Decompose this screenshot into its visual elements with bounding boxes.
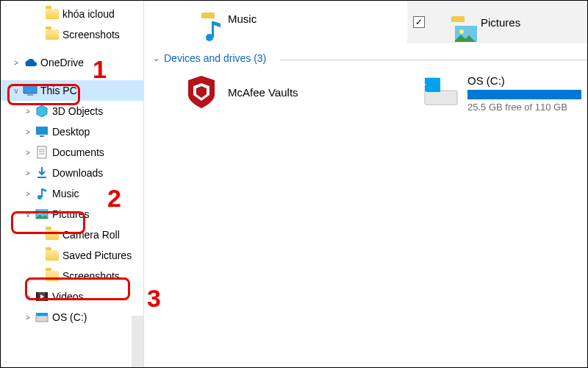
svg-rect-21 bbox=[212, 21, 214, 38]
tree-item-os-c[interactable]: > OS (C:) bbox=[1, 307, 143, 328]
svg-rect-11 bbox=[41, 188, 43, 197]
folder-icon bbox=[45, 248, 60, 263]
folder-icon bbox=[45, 227, 60, 242]
drive-free-space: 25.5 GB free of 110 GB bbox=[467, 102, 581, 113]
folder-music[interactable]: Music bbox=[184, 1, 257, 36]
svg-rect-15 bbox=[36, 292, 38, 301]
drive-label: OS (C:) bbox=[467, 74, 581, 87]
folder-pictures-selected[interactable]: ✓ Pictures bbox=[407, 1, 587, 43]
drive-mcafee-vaults[interactable]: McAfee Vaults bbox=[184, 74, 298, 110]
this-pc-icon bbox=[23, 83, 37, 98]
tree-label: OS (C:) bbox=[52, 311, 87, 323]
chevron-right-icon[interactable]: > bbox=[23, 291, 33, 302]
tree-item-desktop[interactable]: > Desktop bbox=[1, 121, 143, 142]
tree-item-documents[interactable]: > Documents bbox=[1, 142, 143, 163]
scrollbar[interactable] bbox=[132, 316, 143, 367]
item-label: McAfee Vaults bbox=[228, 86, 298, 99]
checkbox-icon[interactable]: ✓ bbox=[413, 16, 425, 28]
chevron-right-icon[interactable]: > bbox=[11, 57, 21, 68]
svg-rect-1 bbox=[27, 94, 33, 96]
svg-rect-5 bbox=[37, 146, 46, 158]
section-divider bbox=[280, 60, 588, 60]
svg-point-23 bbox=[459, 29, 464, 34]
svg-rect-9 bbox=[37, 177, 46, 178]
pictures-icon bbox=[35, 207, 49, 222]
tree-item-screenshots-qa[interactable]: Screenshots bbox=[1, 24, 143, 45]
chevron-right-icon[interactable]: > bbox=[23, 147, 33, 158]
svg-rect-0 bbox=[24, 85, 37, 93]
music-icon bbox=[35, 186, 49, 201]
3d-objects-icon bbox=[35, 104, 49, 118]
svg-rect-24 bbox=[425, 91, 457, 105]
downloads-icon bbox=[35, 166, 49, 180]
tree-item-saved-pictures[interactable]: Saved Pictures bbox=[1, 245, 143, 266]
svg-rect-27 bbox=[425, 78, 431, 85]
tree-item-onedrive[interactable]: > OneDrive bbox=[1, 52, 143, 73]
navigation-tree: khóa icloud Screenshots > OneDrive v Thi… bbox=[1, 1, 144, 367]
svg-rect-19 bbox=[36, 313, 48, 316]
expander-icon bbox=[33, 9, 43, 19]
tree-label: Downloads bbox=[52, 167, 103, 179]
drive-usage-bar bbox=[467, 90, 581, 99]
chevron-right-icon[interactable]: > bbox=[23, 188, 33, 199]
music-folder-icon bbox=[184, 1, 219, 36]
drive-icon bbox=[35, 310, 49, 325]
folder-icon bbox=[45, 269, 60, 283]
tree-label: Pictures bbox=[52, 208, 90, 220]
svg-rect-18 bbox=[36, 316, 48, 322]
item-label: Pictures bbox=[481, 16, 520, 29]
svg-rect-28 bbox=[432, 78, 439, 85]
svg-rect-30 bbox=[432, 85, 439, 91]
section-title: Devices and drives (3) bbox=[164, 52, 266, 64]
chevron-right-icon[interactable]: > bbox=[23, 168, 33, 178]
tree-item-music[interactable]: > Music bbox=[1, 183, 143, 204]
expander-icon bbox=[33, 250, 43, 261]
tree-label: Desktop bbox=[52, 126, 90, 138]
chevron-down-icon[interactable]: v bbox=[11, 85, 21, 96]
item-label: Music bbox=[228, 13, 257, 25]
tree-item-camera-roll[interactable]: Camera Roll bbox=[1, 224, 143, 245]
videos-icon bbox=[35, 289, 49, 304]
svg-rect-4 bbox=[40, 135, 44, 137]
expander-icon bbox=[33, 230, 43, 240]
tree-label: Saved Pictures bbox=[62, 250, 132, 261]
tree-item-videos[interactable]: > Videos bbox=[1, 286, 143, 307]
tree-label: Screenshots bbox=[62, 29, 120, 40]
drive-os-c[interactable]: OS (C:) 25.5 GB free of 110 GB bbox=[423, 74, 581, 113]
pictures-folder-icon bbox=[435, 6, 467, 38]
tree-label: Documents bbox=[52, 146, 104, 158]
chevron-right-icon[interactable]: > bbox=[23, 312, 33, 322]
tree-item-pictures[interactable]: v Pictures bbox=[1, 204, 143, 224]
chevron-down-icon[interactable]: v bbox=[23, 209, 33, 219]
content-pane: Music ✓ Pictures ⌄ Devices and drives (3… bbox=[144, 1, 587, 367]
chevron-right-icon[interactable]: > bbox=[23, 127, 33, 137]
expander-icon bbox=[33, 29, 43, 40]
tree-label: OneDrive bbox=[40, 57, 84, 68]
drive-icon bbox=[423, 74, 459, 110]
tree-label: Camera Roll bbox=[62, 229, 120, 241]
onedrive-icon bbox=[23, 55, 37, 70]
tree-label: khóa icloud bbox=[62, 8, 115, 20]
documents-icon bbox=[35, 145, 49, 160]
devices-and-drives-header[interactable]: ⌄ Devices and drives (3) bbox=[153, 52, 266, 64]
tree-label: This PC bbox=[40, 85, 77, 96]
tree-item-3d-objects[interactable]: > 3D Objects bbox=[1, 101, 143, 121]
svg-point-13 bbox=[38, 211, 41, 214]
tree-label: 3D Objects bbox=[52, 105, 103, 117]
tree-item-this-pc[interactable]: v This PC bbox=[1, 80, 143, 101]
tree-label: Music bbox=[52, 188, 79, 199]
tree-item-downloads[interactable]: > Downloads bbox=[1, 163, 143, 183]
folder-icon bbox=[45, 7, 60, 21]
svg-marker-2 bbox=[37, 105, 47, 117]
mcafee-icon bbox=[184, 74, 219, 110]
tree-item-khoa-icloud[interactable]: khóa icloud bbox=[1, 4, 143, 24]
chevron-down-icon[interactable]: ⌄ bbox=[153, 54, 159, 63]
chevron-right-icon[interactable]: > bbox=[23, 106, 33, 116]
expander-icon bbox=[33, 271, 43, 281]
tree-item-screenshots[interactable]: Screenshots bbox=[1, 266, 143, 286]
tree-label: Videos bbox=[52, 291, 84, 302]
svg-rect-29 bbox=[425, 85, 431, 91]
svg-rect-3 bbox=[36, 127, 48, 135]
desktop-icon bbox=[35, 124, 49, 139]
tree-label: Screenshots bbox=[62, 270, 120, 282]
